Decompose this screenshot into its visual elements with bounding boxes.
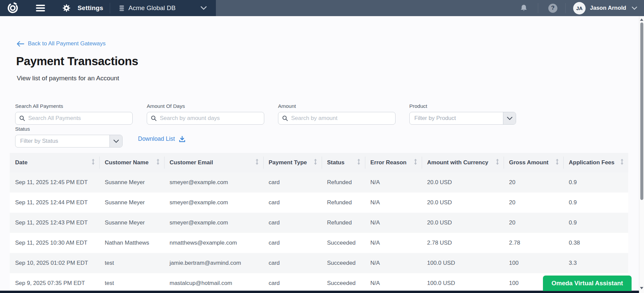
cell-error-reason: N/A — [365, 199, 422, 206]
cell-customer-email: smeyer@example.com — [164, 179, 263, 186]
navbar-divider — [538, 3, 538, 13]
search-icon — [282, 115, 288, 123]
settings-nav-item[interactable]: Settings — [62, 4, 103, 12]
top-navbar: Settings Acme Global DB ? — [0, 0, 644, 16]
database-icon — [119, 5, 125, 12]
chevron-down-icon — [109, 135, 122, 147]
omeda-logo-icon[interactable] — [6, 2, 19, 14]
filter-search-all: Search All Payments — [15, 103, 133, 125]
cell-error-reason: N/A — [365, 260, 422, 266]
search-all-payments-input[interactable] — [15, 112, 133, 125]
cell-customer-name: Nathan Matthews — [99, 240, 164, 246]
table-row: Sep 11, 2025 12:44 PM EDT Susanne Meyer … — [10, 193, 628, 213]
cell-gross-amount: 100 — [504, 260, 563, 266]
vertical-scrollbar[interactable] — [639, 16, 644, 293]
cell-customer-email: mastalcup@hotmail.com — [164, 280, 263, 287]
product-select[interactable]: Filter by Product — [409, 112, 516, 125]
status-select[interactable]: Filter by Status — [15, 135, 123, 148]
search-icon — [19, 115, 25, 123]
cell-status: Refunded — [322, 219, 365, 226]
column-header-amount-with-currency[interactable]: Amount with Currency — [422, 153, 504, 172]
omeda-virtual-assistant-button[interactable]: Omeda Virtual Assistant — [543, 276, 632, 291]
bottom-bar — [0, 291, 639, 293]
status-label: Status — [15, 126, 123, 132]
cell-application-fees: 0.9 — [563, 219, 628, 226]
sort-icon — [314, 159, 317, 167]
cell-date: Sep 11, 2025 12:45 PM EDT — [10, 179, 99, 186]
gear-icon — [62, 4, 71, 12]
cell-amount-with-currency: 2.78 USD — [422, 240, 504, 246]
cell-payment-type: card — [263, 219, 322, 226]
cell-error-reason: N/A — [365, 179, 422, 186]
avatar[interactable]: JA — [573, 2, 586, 14]
sort-icon — [255, 159, 259, 167]
cell-payment-type: card — [263, 260, 322, 266]
column-header-application-fees[interactable]: Application Fees — [563, 153, 628, 172]
download-list-link[interactable]: Download List — [138, 135, 186, 142]
amount-days-input[interactable] — [147, 112, 264, 125]
cell-customer-email: smeyer@example.com — [164, 199, 263, 206]
cell-payment-type: card — [263, 240, 322, 246]
notifications-bell-icon[interactable] — [520, 4, 528, 12]
cell-amount-with-currency: 20.0 USD — [422, 219, 504, 226]
scrollbar-down-arrow-icon[interactable] — [640, 287, 643, 289]
download-icon — [179, 136, 186, 142]
cell-error-reason: N/A — [365, 280, 422, 287]
cell-status: Refunded — [322, 199, 365, 206]
column-header-payment-type[interactable]: Payment Type — [263, 153, 322, 172]
cell-amount-with-currency: 100.0 USD — [422, 280, 504, 287]
cell-application-fees: 3.3 — [563, 260, 628, 266]
column-header-customer-name[interactable]: Customer Name — [99, 153, 164, 172]
database-selector[interactable]: Acme Global DB — [119, 4, 207, 12]
chevron-down-icon[interactable] — [632, 6, 637, 10]
cell-customer-email: smeyer@example.com — [164, 219, 263, 226]
filter-status: Status Filter by Status — [15, 126, 123, 148]
help-icon[interactable]: ? — [548, 4, 557, 13]
navbar-left-section: Settings Acme Global DB — [0, 0, 216, 16]
page-title: Payment Transactions — [16, 54, 138, 68]
cell-application-fees: 0.9 — [563, 179, 628, 186]
status-select-value: Filter by Status — [15, 135, 109, 147]
amount-input[interactable] — [278, 112, 396, 125]
download-list-label: Download List — [138, 135, 175, 142]
cell-application-fees: 0.9 — [563, 199, 628, 206]
cell-customer-name: test — [99, 260, 164, 266]
cell-gross-amount: 2.78 — [504, 240, 563, 246]
table-row: Sep 11, 2025 12:45 PM EDT Susanne Meyer … — [10, 172, 628, 193]
cell-customer-email: nmatthews@example.com — [164, 240, 263, 246]
sort-icon — [496, 159, 499, 167]
filter-product: Product Filter by Product — [409, 103, 516, 125]
sort-icon — [91, 159, 95, 167]
cell-date: Sep 11, 2025 12:43 PM EDT — [10, 219, 99, 226]
cell-payment-type: card — [263, 179, 322, 186]
cell-payment-type: card — [263, 199, 322, 206]
cell-customer-email: jamie.bertram@avmind.com — [164, 260, 263, 266]
navbar-divider — [110, 3, 110, 13]
cell-customer-name: Susanne Meyer — [99, 199, 164, 206]
filter-amount: Amount — [278, 103, 396, 125]
search-all-label: Search All Payments — [15, 103, 133, 109]
cell-error-reason: N/A — [365, 240, 422, 246]
cell-amount-with-currency: 20.0 USD — [422, 179, 504, 186]
cell-date: Sep 9, 2025 07:35 PM EDT — [10, 280, 99, 287]
page-subtitle: View list of payments for an Account — [17, 75, 119, 82]
user-name: Jason Arnold — [590, 5, 626, 11]
column-header-status[interactable]: Status — [322, 153, 365, 172]
back-to-gateways-link[interactable]: Back to All Payment Gateways — [17, 40, 106, 47]
table-row: Sep 9, 2025 07:35 PM EDT test mastalcup@… — [10, 273, 628, 293]
cell-date: Sep 11, 2025 10:30 AM EDT — [10, 240, 99, 246]
menu-hamburger-icon[interactable] — [36, 5, 45, 11]
sort-icon — [555, 159, 559, 167]
scrollbar-thumb[interactable] — [640, 23, 643, 200]
column-header-customer-email[interactable]: Customer Email — [164, 153, 263, 172]
cell-gross-amount: 20 — [504, 219, 563, 226]
amount-label: Amount — [278, 103, 396, 109]
column-header-error-reason[interactable]: Error Reason — [365, 153, 422, 172]
scrollbar-up-arrow-icon[interactable] — [640, 18, 643, 21]
sort-icon — [620, 159, 624, 167]
column-header-date[interactable]: Date — [10, 153, 99, 172]
cell-date: Sep 10, 2025 01:02 PM EDT — [10, 260, 99, 266]
cell-customer-name: test — [99, 280, 164, 287]
column-header-gross-amount[interactable]: Gross Amount — [504, 153, 563, 172]
back-arrow-icon — [17, 41, 24, 47]
